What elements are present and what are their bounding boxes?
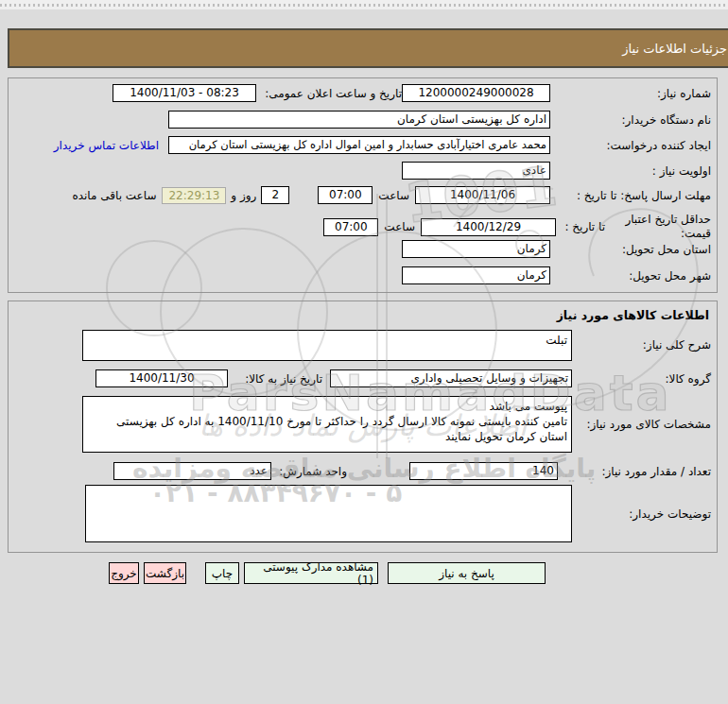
row-province: استان محل تحویل: کرمان: [14, 240, 711, 258]
page-title: جزئیات اطلاعات نیاز: [622, 42, 727, 56]
unit-field[interactable]: عدد: [113, 462, 271, 480]
province-field[interactable]: کرمان: [402, 240, 550, 258]
need-date-field[interactable]: 1400/11/30: [95, 369, 228, 387]
hours-remaining-label: ساعت باقی مانده: [72, 189, 156, 202]
row-buyer-org: نام دستگاه خریدار: اداره کل بهزیستی استا…: [14, 111, 711, 129]
title-bar: جزئیات اطلاعات نیاز: [8, 28, 728, 68]
goods-info-panel: اطلاعات کالاهای مورد نیاز شرح کلی نیاز: …: [8, 300, 718, 553]
validity-time-field[interactable]: 07:00: [323, 218, 378, 236]
row-goods-group: گروه کالا: تجهیزات و وسایل تحصیلی واداری…: [14, 369, 711, 387]
province-label: استان محل تحویل:: [550, 243, 711, 256]
specs-field[interactable]: پیوست می باشد تامین کننده بایستی نمونه ک…: [82, 396, 572, 453]
validity-date-field[interactable]: 1400/12/29: [421, 218, 556, 236]
need-number-label: شماره نیاز:: [550, 87, 711, 100]
row-price-validity: حداقل تاریخ اعتبار قیمت: تا تاریخ : 1400…: [14, 211, 711, 243]
print-button[interactable]: چاپ: [205, 562, 239, 584]
deadline-label: مهلت ارسال پاسخ: تا تاریخ :: [550, 189, 711, 202]
goods-group-field[interactable]: تجهیزات و وسایل تحصیلی واداری: [330, 369, 572, 387]
buyer-org-field[interactable]: اداره کل بهزیستی استان کرمان: [168, 111, 550, 129]
specs-label: مشخصات کالای مورد نیاز:: [572, 418, 711, 431]
until-date-label: تا تاریخ :: [556, 220, 605, 233]
respond-button[interactable]: پاسخ به نیاز: [388, 562, 546, 584]
city-field[interactable]: کرمان: [402, 266, 550, 284]
need-info-panel: شماره نیاز: 1200000249000028 تاریخ و ساع…: [8, 77, 718, 293]
creator-field[interactable]: محمد عامری اختیارآبادی حسابدار و امین ام…: [168, 136, 550, 154]
city-label: شهر محل تحویل:: [550, 269, 711, 283]
price-validity-label: حداقل تاریخ اعتبار قیمت:: [605, 213, 711, 241]
row-deadline: مهلت ارسال پاسخ: تا تاریخ : 1400/11/06 س…: [14, 186, 711, 204]
quantity-field[interactable]: 140: [409, 462, 558, 480]
quantity-label: تعداد / مقدار مورد نیاز:: [558, 465, 711, 478]
announce-datetime-field[interactable]: 1400/11/03 - 08:23: [113, 84, 256, 102]
validity-hour-label: ساعت: [384, 220, 415, 233]
row-city: شهر محل تحویل: کرمان: [14, 266, 711, 284]
general-desc-field[interactable]: تبلت: [82, 330, 572, 361]
row-priority: اولویت نیاز : عادی: [14, 162, 711, 180]
buyer-notes-label: توضیحات خریدار:: [572, 507, 711, 521]
goods-section-title: اطلاعات کالاهای مورد نیاز: [557, 308, 709, 322]
row-creator: ایجاد کننده درخواست: محمد عامری اختیارآب…: [14, 136, 711, 154]
view-attachments-button[interactable]: مشاهده مدارک پیوستی (1): [244, 562, 378, 584]
days-remaining-field: 2: [261, 186, 289, 204]
priority-field[interactable]: عادی: [402, 162, 550, 180]
priority-label: اولویت نیاز :: [550, 164, 711, 178]
buyer-contact-link[interactable]: اطلاعات تماس خریدار: [54, 139, 159, 152]
general-desc-label: شرح کلی نیاز:: [572, 338, 711, 352]
deadline-date-field[interactable]: 1400/11/06: [415, 186, 550, 204]
announce-datetime-label: تاریخ و ساعت اعلان عمومی:: [256, 87, 402, 100]
countdown-timer: 22:29:13: [162, 187, 226, 204]
row-specs: مشخصات کالای مورد نیاز: پیوست می باشد تا…: [14, 396, 711, 453]
need-number-field[interactable]: 1200000249000028: [402, 84, 550, 102]
row-quantity: تعداد / مقدار مورد نیاز: 140 واحد شمارش:…: [14, 462, 711, 480]
buyer-notes-field[interactable]: [85, 485, 572, 542]
creator-label: ایجاد کننده درخواست:: [550, 139, 711, 152]
back-button[interactable]: بازگشت: [144, 562, 186, 584]
page-top-divider: [0, 4, 728, 7]
row-general-desc: شرح کلی نیاز: تبلت: [14, 330, 711, 361]
unit-label: واحد شمارش:: [271, 465, 347, 478]
row-buyer-notes: توضیحات خریدار:: [14, 485, 711, 542]
action-buttons: خروج بازگشت چاپ مشاهده مدارک پیوستی (1) …: [109, 562, 546, 584]
deadline-time-field[interactable]: 07:00: [318, 186, 373, 204]
deadline-hour-label: ساعت: [378, 189, 409, 202]
need-date-label: تاریخ نیاز به کالا:: [228, 372, 330, 386]
days-and-label: روز و: [231, 189, 256, 202]
row-need-number: شماره نیاز: 1200000249000028 تاریخ و ساع…: [14, 84, 711, 102]
exit-button[interactable]: خروج: [109, 562, 139, 584]
buyer-org-label: نام دستگاه خریدار:: [550, 113, 711, 127]
goods-group-label: گروه کالا:: [572, 372, 711, 386]
